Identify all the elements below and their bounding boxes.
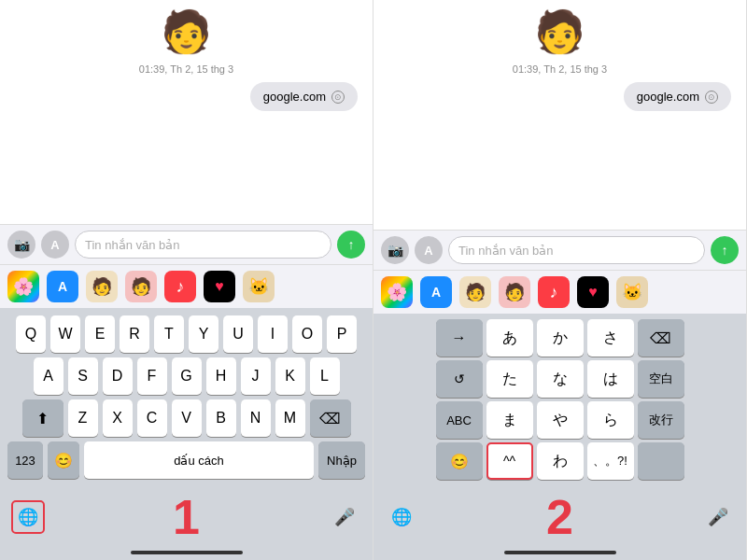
link-icon-right: ⊙ <box>705 91 718 104</box>
key-t[interactable]: T <box>154 315 184 353</box>
jp-ra[interactable]: ら <box>587 401 634 439</box>
key-l[interactable]: L <box>310 357 340 395</box>
memoji1-icon-right[interactable]: 🧑 <box>459 276 491 308</box>
appstore-btn-right[interactable]: A <box>415 236 443 264</box>
key-w[interactable]: W <box>50 315 80 353</box>
jp-arrow-right[interactable]: → <box>436 319 483 357</box>
home-bar-right <box>374 547 746 560</box>
jp-ma[interactable]: ま <box>486 401 533 439</box>
avatar-area-right: 🧑 <box>374 0 746 56</box>
link-icon-left: ⊙ <box>331 91 345 104</box>
key-m[interactable]: M <box>275 399 305 437</box>
cat-icon-left[interactable]: 🐱 <box>243 271 275 302</box>
app-icons-left: 🌸 A 🧑 🧑 ♪ ♥ 🐱 <box>0 264 373 308</box>
bottom-bar-left: 🌐 1 🎤 <box>0 487 373 547</box>
photos-icon-left[interactable]: 🌸 <box>7 271 39 302</box>
key-return[interactable]: Nhập <box>318 441 365 479</box>
jp-a[interactable]: あ <box>486 319 533 357</box>
jp-wa[interactable]: わ <box>537 442 584 480</box>
key-n[interactable]: N <box>241 399 271 437</box>
key-o[interactable]: O <box>292 315 322 353</box>
heart-icon-left[interactable]: ♥ <box>204 271 235 302</box>
key-a[interactable]: A <box>34 357 63 395</box>
jp-return[interactable]: 改行 <box>638 401 684 439</box>
avatar-right: 🧑 <box>534 11 585 52</box>
appstore-icon-right[interactable]: A <box>420 276 452 308</box>
key-i[interactable]: I <box>258 315 288 353</box>
input-bar-right: 📷 A Tin nhắn văn bản ↑ <box>374 230 746 270</box>
jp-row-4: 😊 ^^ わ 、。?! <box>377 442 742 480</box>
jp-space[interactable]: 空白 <box>638 360 684 398</box>
jp-caret[interactable]: ^^ <box>486 442 533 480</box>
bubble-text-left: google.com <box>263 90 326 104</box>
appstore-btn-left[interactable]: A <box>41 231 69 259</box>
jp-undo[interactable]: ↺ <box>436 360 483 398</box>
key-j[interactable]: J <box>241 357 271 395</box>
camera-btn-right[interactable]: 📷 <box>381 236 409 264</box>
jp-row-3: ABC ま や ら 改行 <box>377 401 742 439</box>
music-icon-left[interactable]: ♪ <box>164 271 196 302</box>
jp-ha[interactable]: は <box>587 360 634 398</box>
jp-emoji[interactable]: 😊 <box>436 442 483 480</box>
text-input-left[interactable]: Tin nhắn văn bản <box>75 231 331 259</box>
jp-ta[interactable]: た <box>486 360 533 398</box>
jp-ka[interactable]: か <box>537 319 584 357</box>
keyboard-left: Q W E R T Y U I O P A S D F G H J K L ⬆ … <box>0 308 373 487</box>
photos-icon-right[interactable]: 🌸 <box>381 276 413 308</box>
music-icon-right[interactable]: ♪ <box>538 276 570 308</box>
key-q[interactable]: Q <box>16 315 46 353</box>
key-f[interactable]: F <box>137 357 167 395</box>
jp-ya[interactable]: や <box>537 401 584 439</box>
key-y[interactable]: Y <box>189 315 218 353</box>
cat-icon-right[interactable]: 🐱 <box>616 276 648 308</box>
send-btn-right[interactable]: ↑ <box>711 236 739 264</box>
key-space[interactable]: dấu cách <box>84 441 314 479</box>
heart-icon-right[interactable]: ♥ <box>577 276 609 308</box>
key-x[interactable]: X <box>103 399 133 437</box>
memoji2-icon-left[interactable]: 🧑 <box>125 271 157 302</box>
key-e[interactable]: E <box>85 315 115 353</box>
mic-btn-left[interactable]: 🎤 <box>328 500 361 534</box>
key-k[interactable]: K <box>275 357 305 395</box>
mic-btn-right[interactable]: 🎤 <box>701 500 735 534</box>
red-label-2: 2 <box>546 493 573 541</box>
jp-punct[interactable]: 、。?! <box>587 442 634 480</box>
memoji2-icon-right[interactable]: 🧑 <box>499 276 530 308</box>
key-delete[interactable]: ⌫ <box>310 399 351 437</box>
key-p[interactable]: P <box>327 315 357 353</box>
key-s[interactable]: S <box>68 357 98 395</box>
key-u[interactable]: U <box>223 315 253 353</box>
jp-row-1: → あ か さ ⌫ <box>377 319 742 357</box>
key-shift[interactable]: ⬆ <box>22 399 63 437</box>
jp-row-2: ↺ た な は 空白 <box>377 360 742 398</box>
key-row-3-left: ⬆ Z X C V B N M ⌫ <box>4 399 369 437</box>
globe-btn-right[interactable]: 🌐 <box>385 500 418 534</box>
key-num[interactable]: 123 <box>7 441 43 479</box>
jp-empty <box>638 442 684 480</box>
timestamp-right: 01:39, Th 2, 15 thg 3 <box>513 63 607 75</box>
jp-abc[interactable]: ABC <box>436 401 483 439</box>
jp-na[interactable]: な <box>537 360 584 398</box>
avatar-left: 🧑 <box>161 11 212 52</box>
key-b[interactable]: B <box>206 399 236 437</box>
key-c[interactable]: C <box>137 399 167 437</box>
key-row-2-left: A S D F G H J K L <box>4 357 369 395</box>
key-h[interactable]: H <box>206 357 236 395</box>
key-g[interactable]: G <box>172 357 202 395</box>
appstore-icon-left[interactable]: A <box>47 271 78 302</box>
globe-btn-left[interactable]: 🌐 <box>11 500 45 534</box>
jp-sa[interactable]: さ <box>587 319 634 357</box>
send-btn-left[interactable]: ↑ <box>337 231 365 259</box>
memoji1-icon-left[interactable]: 🧑 <box>86 271 118 302</box>
input-bar-left: 📷 A Tin nhắn văn bản ↑ <box>0 224 373 264</box>
key-z[interactable]: Z <box>68 399 98 437</box>
placeholder-right: Tin nhắn văn bản <box>458 244 554 258</box>
jp-delete[interactable]: ⌫ <box>638 319 684 357</box>
key-emoji[interactable]: 😊 <box>48 441 79 479</box>
camera-btn-left[interactable]: 📷 <box>7 231 35 259</box>
key-v[interactable]: V <box>172 399 202 437</box>
key-d[interactable]: D <box>103 357 133 395</box>
key-r[interactable]: R <box>120 315 149 353</box>
text-input-right[interactable]: Tin nhắn văn bản <box>448 236 705 264</box>
bubble-text-right: google.com <box>637 90 699 104</box>
